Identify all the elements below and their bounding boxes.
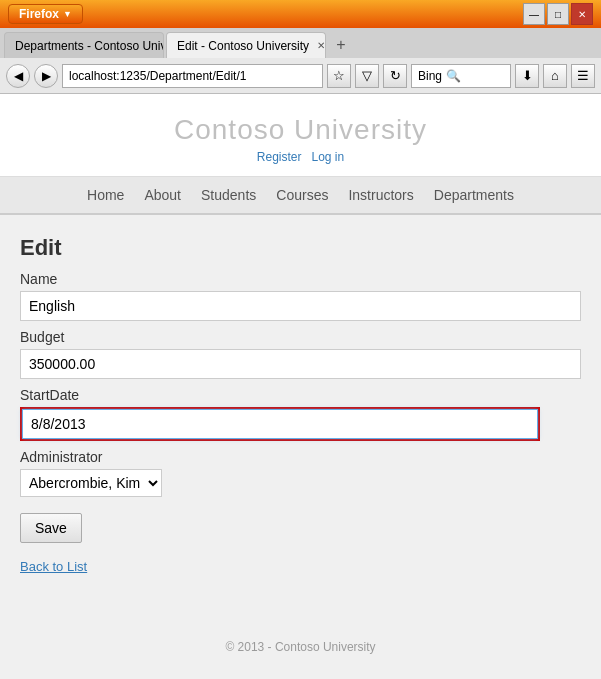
nav-instructors[interactable]: Instructors [348,187,413,203]
search-icon: 🔍 [446,69,461,83]
bookmark-star-icon[interactable]: ▽ [355,64,379,88]
site-header: Contoso University Register Log in [0,94,601,177]
site-nav: Home About Students Courses Instructors … [0,177,601,215]
register-link[interactable]: Register [257,150,302,164]
form-area: Edit Name Budget StartDate Administrator… [0,215,601,594]
save-button[interactable]: Save [20,513,82,543]
site-footer: © 2013 - Contoso University [0,624,601,670]
startdate-label: StartDate [20,387,581,403]
administrator-label: Administrator [20,449,581,465]
startdate-group: StartDate [20,387,581,441]
tab-edit[interactable]: Edit - Contoso University ✕ [166,32,326,58]
nav-courses[interactable]: Courses [276,187,328,203]
nav-home[interactable]: Home [87,187,124,203]
tab-edit-label: Edit - Contoso University [177,39,309,53]
back-nav-button[interactable]: ◀ [6,64,30,88]
budget-label: Budget [20,329,581,345]
tab-edit-close[interactable]: ✕ [317,40,325,51]
startdate-input-wrapper [20,407,540,441]
minimize-button[interactable]: — [523,3,545,25]
search-engine-label: Bing [418,69,442,83]
page-content: Contoso University Register Log in Home … [0,94,601,679]
url-bar[interactable]: localhost:1235/Department/Edit/1 [62,64,323,88]
nav-departments[interactable]: Departments [434,187,514,203]
form-title: Edit [20,235,581,261]
bookmark-icon[interactable]: ☆ [327,64,351,88]
firefox-menu-button[interactable]: Firefox [8,4,83,24]
new-tab-button[interactable]: + [328,32,354,58]
window-controls: — □ ✕ [523,3,593,25]
address-bar: ◀ ▶ localhost:1235/Department/Edit/1 ☆ ▽… [0,58,601,94]
browser-titlebar: Firefox — □ ✕ [0,0,601,28]
site-title: Contoso University [0,114,601,146]
menu-icon[interactable]: ☰ [571,64,595,88]
tab-bar: Departments - Contoso University ✕ Edit … [0,28,601,58]
name-input[interactable] [20,291,581,321]
startdate-input[interactable] [22,409,538,439]
refresh-icon[interactable]: ↻ [383,64,407,88]
close-button[interactable]: ✕ [571,3,593,25]
url-text: localhost:1235/Department/Edit/1 [69,69,246,83]
home-icon[interactable]: ⌂ [543,64,567,88]
name-label: Name [20,271,581,287]
administrator-select[interactable]: Abercrombie, Kim Fakhouri, Fadi Harui, R… [20,469,162,497]
forward-nav-button[interactable]: ▶ [34,64,58,88]
download-icon[interactable]: ⬇ [515,64,539,88]
tab-departments-label: Departments - Contoso University [15,39,164,53]
tab-departments[interactable]: Departments - Contoso University ✕ [4,32,164,58]
nav-about[interactable]: About [144,187,181,203]
site-auth: Register Log in [0,150,601,164]
nav-students[interactable]: Students [201,187,256,203]
maximize-button[interactable]: □ [547,3,569,25]
back-to-list-link[interactable]: Back to List [20,559,581,574]
login-link[interactable]: Log in [312,150,345,164]
footer-text: © 2013 - Contoso University [225,640,375,654]
search-bar[interactable]: Bing 🔍 [411,64,511,88]
budget-input[interactable] [20,349,581,379]
